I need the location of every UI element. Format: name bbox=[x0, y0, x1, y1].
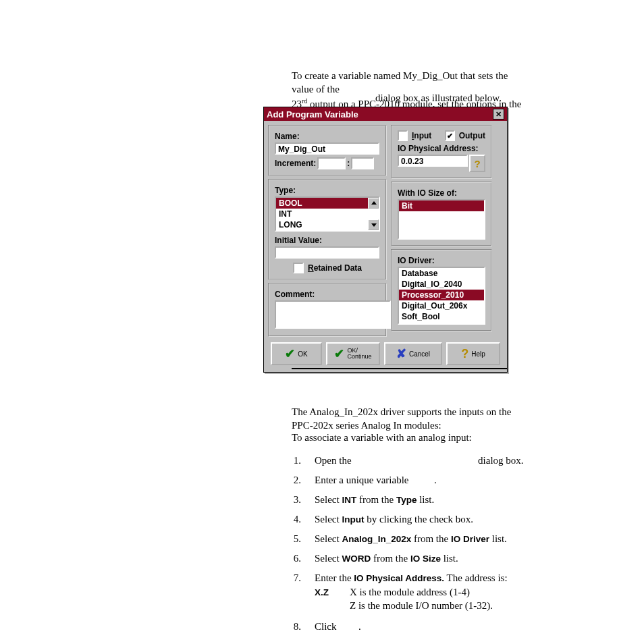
name-label: Name: bbox=[275, 132, 380, 141]
help-button[interactable]: ? Help bbox=[446, 342, 500, 365]
retained-checkbox[interactable] bbox=[293, 263, 304, 273]
close-icon[interactable]: ✕ bbox=[493, 109, 504, 119]
type-label: Type: bbox=[275, 186, 380, 195]
increment-input-1[interactable] bbox=[317, 157, 346, 169]
driver-item-database[interactable]: Database bbox=[399, 268, 484, 279]
io-driver-panel: IO Driver: Database Digital_IO_2040 Proc… bbox=[391, 249, 492, 331]
increment-label: Increment: bbox=[275, 159, 316, 168]
check-icon: ✔ bbox=[334, 346, 344, 361]
steps-list: 1. Open the dialog box. 2. Enter a uniqu… bbox=[292, 447, 528, 633]
ok-continue-label: OK/Continue bbox=[347, 348, 371, 360]
io-address-label: IO Physical Address: bbox=[398, 144, 485, 153]
io-driver-listbox[interactable]: Database Digital_IO_2040 Processor_2010 … bbox=[398, 267, 485, 325]
step-2: 2. Enter a unique variable . bbox=[292, 475, 528, 486]
driver-item-soft-bool[interactable]: Soft_Bool bbox=[399, 311, 484, 322]
comment-input[interactable] bbox=[275, 300, 391, 329]
type-panel: Type: BOOL INT LONG Initial Value: Retai… bbox=[268, 179, 387, 280]
ok-button[interactable]: ✔ OK bbox=[271, 342, 322, 365]
output-checkbox[interactable] bbox=[445, 130, 455, 141]
intro-line3: dialog box as illustrated below. bbox=[375, 92, 502, 104]
comment-label: Comment: bbox=[275, 290, 380, 299]
address-help-button[interactable]: ? bbox=[469, 155, 485, 172]
retained-label: Retained Data bbox=[308, 263, 362, 273]
intro-line1: To create a variable named My_Dig_Out th… bbox=[292, 70, 508, 95]
x-icon: ✘ bbox=[396, 346, 406, 361]
section-associate-text: To associate a variable with an analog i… bbox=[292, 432, 525, 444]
help-label: Help bbox=[471, 350, 485, 358]
scroll-down-icon[interactable] bbox=[368, 219, 379, 230]
type-item-bool[interactable]: BOOL bbox=[276, 198, 379, 209]
type-item-long[interactable]: LONG bbox=[276, 219, 379, 230]
step-1: 1. Open the dialog box. bbox=[292, 455, 528, 466]
step-7: 7. Enter the IO Physical Address. The ad… bbox=[292, 572, 528, 613]
ok-label: OK bbox=[298, 350, 307, 358]
io-address-input[interactable]: 0.0.23 bbox=[398, 155, 468, 167]
check-icon: ✔ bbox=[285, 346, 295, 361]
driver-item-processor-2010[interactable]: Processor_2010 bbox=[399, 290, 484, 300]
io-size-item-bit[interactable]: Bit bbox=[399, 200, 484, 211]
cancel-button[interactable]: ✘ Cancel bbox=[384, 342, 442, 365]
add-variable-dialog: Add Program Variable ✕ Name: My_Dig_Out … bbox=[263, 107, 508, 373]
step-3: 3. Select INT from the Type list. bbox=[292, 494, 528, 506]
cancel-label: Cancel bbox=[409, 350, 430, 358]
step-6: 6. Select WORD from the IO Size list. bbox=[292, 553, 528, 564]
name-input[interactable]: My_Dig_Out bbox=[275, 142, 379, 155]
dialog-titlebar: Add Program Variable ✕ bbox=[264, 107, 507, 121]
dialog-button-row: ✔ OK ✔ OK/Continue ✘ Cancel ? Help bbox=[264, 338, 507, 372]
initial-value-input[interactable] bbox=[275, 246, 379, 259]
step-4: 4. Select Input by clicking the check bo… bbox=[292, 514, 528, 525]
section-divider bbox=[292, 368, 508, 369]
question-icon: ? bbox=[461, 347, 468, 361]
name-panel: Name: My_Dig_Out Increment: : bbox=[268, 125, 387, 176]
input-checkbox[interactable] bbox=[398, 130, 408, 141]
intro-text: To create a variable named My_Dig_Out th… bbox=[292, 69, 525, 111]
ok-continue-button[interactable]: ✔ OK/Continue bbox=[326, 342, 380, 365]
type-item-int[interactable]: INT bbox=[276, 209, 379, 219]
scroll-up-icon[interactable] bbox=[368, 198, 379, 209]
io-size-label: With IO Size of: bbox=[398, 188, 485, 198]
step-5: 5. Select Analog_In_202x from the IO Dri… bbox=[292, 533, 528, 545]
driver-item-digital-out-206x[interactable]: Digital_Out_206x bbox=[399, 300, 484, 311]
initial-value-label: Initial Value: bbox=[275, 236, 380, 245]
io-size-panel: With IO Size of: Bit bbox=[391, 182, 492, 246]
io-driver-label: IO Driver: bbox=[398, 256, 485, 265]
dialog-title: Add Program Variable bbox=[267, 109, 358, 119]
input-label: Input bbox=[412, 131, 431, 140]
step-8: 8. Click . bbox=[292, 621, 528, 633]
io-size-listbox[interactable]: Bit bbox=[398, 199, 485, 240]
type-listbox[interactable]: BOOL INT LONG bbox=[275, 196, 380, 232]
driver-item-digital-io-2040[interactable]: Digital_IO_2040 bbox=[399, 279, 484, 290]
increment-input-2[interactable] bbox=[351, 157, 374, 169]
comment-panel: Comment: bbox=[268, 283, 387, 337]
output-label: Output bbox=[459, 131, 485, 140]
io-address-panel: Input Output IO Physical Address: 0.0.23… bbox=[391, 125, 492, 179]
section-description: The Analog_In_202x driver supports the i… bbox=[292, 405, 525, 433]
